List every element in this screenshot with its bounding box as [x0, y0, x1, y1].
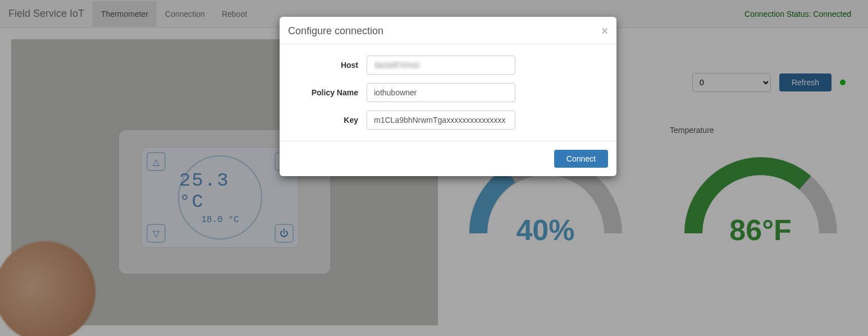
host-input[interactable] — [367, 56, 515, 75]
host-label: Host — [288, 61, 367, 70]
close-icon[interactable]: × — [601, 25, 608, 36]
policy-name-input[interactable] — [367, 83, 515, 102]
key-row: Key — [288, 111, 608, 130]
key-label: Key — [288, 116, 367, 125]
configure-connection-modal: Configure connection × Host Policy Name … — [280, 17, 616, 176]
modal-footer: Connect — [280, 141, 616, 176]
modal-header: Configure connection × — [280, 17, 616, 44]
key-input[interactable] — [367, 111, 515, 130]
policy-row: Policy Name — [288, 83, 608, 102]
policy-name-label: Policy Name — [288, 88, 367, 97]
host-row: Host — [288, 56, 608, 75]
connect-button[interactable]: Connect — [554, 150, 608, 168]
modal-body: Host Policy Name Key — [280, 44, 616, 141]
modal-title: Configure connection — [288, 25, 601, 37]
